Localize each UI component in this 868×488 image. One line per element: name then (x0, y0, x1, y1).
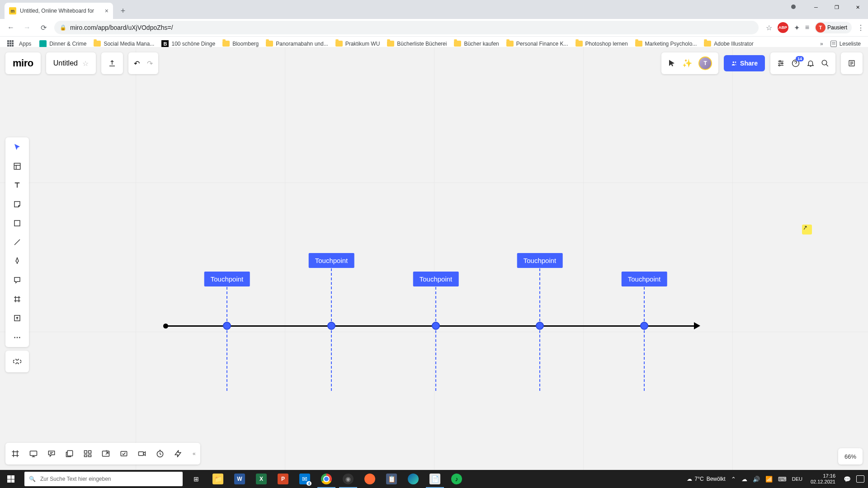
connector-line[interactable] (226, 287, 227, 321)
bookmark-label: Bloomberg (232, 41, 259, 47)
reading-list-icon (830, 41, 837, 47)
app-icon-2[interactable]: 📋 (381, 470, 402, 488)
folder-icon (576, 41, 583, 47)
bookmark-label: Marketing Psycholo... (645, 41, 697, 47)
taskbar-apps: ⊞ 📁 W X P ✉4 ◉ 📋 📄 ♪ (185, 470, 467, 488)
windows-taskbar: 🔍 Zur Suche Text hier eingeben ⊞ 📁 W X P… (0, 470, 868, 488)
bookmark-label: Dinner & Crime (49, 41, 86, 47)
bookmark-label: Bücherliste Bücherei (397, 41, 447, 47)
folder-icon (266, 41, 273, 47)
connector-line[interactable] (226, 330, 227, 391)
abp-extension-icon[interactable]: ABP (778, 22, 788, 33)
powerpoint-icon[interactable]: P (272, 470, 294, 488)
keyboard-icon[interactable]: ⌨ (778, 476, 787, 483)
close-window-button[interactable]: ✕ (847, 0, 868, 14)
folder-icon (222, 41, 230, 47)
timeline-node[interactable] (223, 322, 231, 330)
wifi-icon[interactable]: 📶 (765, 476, 773, 483)
volume-icon[interactable]: 🔊 (753, 476, 760, 483)
bookmark-label: Personal Finance K... (516, 41, 568, 47)
miro-app: miro Untitled ☆ ↶ ↷ ✨ T Share (0, 47, 868, 470)
start-button[interactable] (0, 470, 22, 488)
tray-chevron-icon[interactable]: ⌃ (731, 476, 736, 483)
action-center-icon[interactable] (856, 475, 864, 483)
taskbar-search[interactable]: 🔍 Zur Suche Text hier eingeben (24, 472, 183, 486)
address-bar-row: ← → ⟳ 🔒 miro.com/app/board/uXjVOdpoZhs=/… (0, 19, 868, 36)
lock-icon: 🔒 (60, 24, 66, 31)
weather-widget[interactable]: ☁ 7°C Bewölkt (687, 476, 726, 482)
bookmark-favicon: B (161, 40, 169, 47)
connector-line[interactable] (539, 330, 540, 391)
profile-status: Pausiert (827, 24, 847, 31)
word-icon[interactable]: W (229, 470, 250, 488)
mail-icon[interactable]: ✉4 (294, 470, 316, 488)
windows-logo-icon (7, 475, 14, 483)
app-icon-1[interactable] (359, 470, 381, 488)
browser-tab[interactable]: m Untitled, Online Whiteboard for × (5, 3, 113, 19)
connector-line[interactable] (644, 287, 645, 321)
folder-icon (635, 41, 642, 47)
extensions-icon[interactable]: ✦ (794, 23, 800, 32)
touchpoint-box[interactable]: Touchpoint (204, 272, 250, 286)
timeline-arrow[interactable] (164, 325, 696, 327)
browser-chrome: m Untitled, Online Whiteboard for × + ─ … (0, 0, 868, 47)
new-tab-button[interactable]: + (117, 5, 129, 17)
bookmark-label: Photoshop lernen (585, 41, 628, 47)
notepad-icon[interactable]: 📄 (424, 470, 446, 488)
bookmark-label: Bücher kaufen (464, 41, 499, 47)
miro-favicon: m (9, 7, 16, 14)
onedrive-icon[interactable]: ☁ (741, 476, 747, 483)
connector-line[interactable] (539, 268, 540, 321)
address-bar[interactable]: 🔒 miro.com/app/board/uXjVOdpoZhs=/ (54, 21, 759, 34)
touchpoint-box[interactable]: Touchpoint (413, 272, 459, 286)
language-indicator[interactable]: DEU (792, 476, 802, 482)
reload-button[interactable]: ⟳ (36, 20, 51, 35)
explorer-icon[interactable]: 📁 (207, 470, 229, 488)
system-tray: ☁ 7°C Bewölkt ⌃ ☁ 🔊 📶 ⌨ DEU 17:16 02.12.… (687, 473, 868, 485)
folder-icon (387, 41, 394, 47)
clock[interactable]: 17:16 02.12.2021 (808, 473, 838, 485)
chat-tray-icon[interactable]: 💬 (844, 476, 851, 483)
back-button[interactable]: ← (4, 20, 18, 35)
timeline-node[interactable] (536, 322, 544, 330)
bookmark-favicon (39, 40, 47, 47)
bookmark-label: 100 schöne Dinge (171, 41, 215, 47)
obs-icon[interactable]: ◉ (337, 470, 359, 488)
cloud-icon: ☁ (687, 476, 692, 482)
forward-button[interactable]: → (20, 20, 34, 35)
folder-icon (335, 41, 343, 47)
task-view-button[interactable]: ⊞ (185, 470, 207, 488)
touchpoint-box[interactable]: Touchpoint (309, 253, 354, 268)
connector-line[interactable] (435, 287, 436, 321)
tab-close-button[interactable]: × (105, 7, 108, 14)
tab-title: Untitled, Online Whiteboard for (20, 8, 101, 14)
connector-line[interactable] (331, 268, 332, 321)
bookmarks-overflow[interactable]: » (820, 41, 823, 47)
canvas[interactable]: TouchpointTouchpointTouchpointTouchpoint… (0, 47, 868, 470)
maximize-button[interactable]: ❐ (826, 0, 847, 14)
window-controls: ─ ❐ ✕ (806, 0, 868, 14)
folder-icon (94, 41, 101, 47)
url-text: miro.com/app/board/uXjVOdpoZhs=/ (70, 24, 173, 31)
connector-line[interactable] (644, 330, 645, 391)
connector-line[interactable] (435, 330, 436, 391)
timeline-node[interactable] (327, 322, 335, 330)
chrome-icon[interactable] (316, 470, 337, 488)
timeline-node[interactable] (432, 322, 440, 330)
timeline-node[interactable] (640, 322, 648, 330)
reading-mode-icon[interactable]: ≡ (805, 23, 809, 32)
spotify-icon[interactable]: ♪ (446, 470, 467, 488)
edge-icon[interactable] (402, 470, 424, 488)
excel-icon[interactable]: X (250, 470, 272, 488)
bookmark-label: Praktikum WU (345, 41, 380, 47)
connector-line[interactable] (331, 330, 332, 391)
bookmark-label: Panoramabahn und... (276, 41, 328, 47)
profile-badge[interactable]: T Pausiert (815, 22, 852, 33)
mouse-cursor-highlight (802, 225, 812, 235)
touchpoint-box[interactable]: Touchpoint (622, 272, 667, 286)
touchpoint-box[interactable]: Touchpoint (517, 253, 563, 268)
star-icon[interactable]: ☆ (766, 23, 772, 32)
folder-icon (704, 41, 711, 47)
browser-menu-button[interactable]: ⋮ (857, 23, 864, 32)
minimize-button[interactable]: ─ (806, 0, 826, 14)
